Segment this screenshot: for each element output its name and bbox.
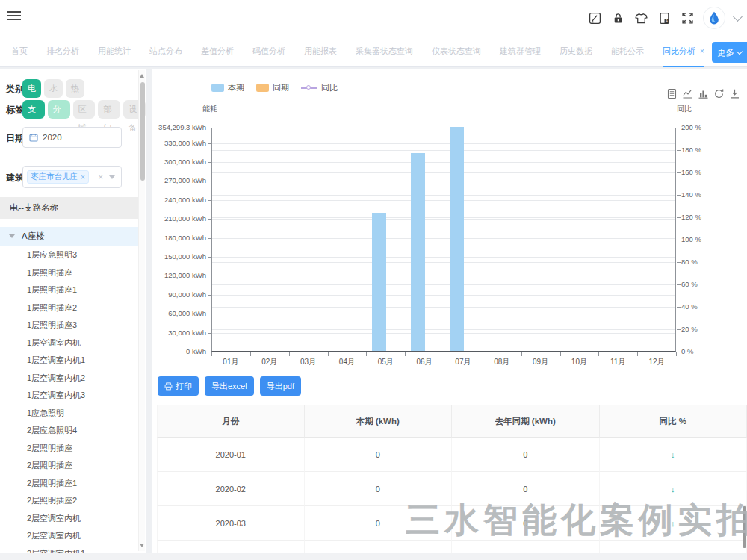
- tab-首页[interactable]: 首页: [11, 36, 28, 67]
- y-axis-label-right: 200 %: [681, 123, 701, 131]
- tab-仪表状态查询[interactable]: 仪表状态查询: [432, 36, 481, 67]
- tree-item[interactable]: 1层空调室内机2: [0, 370, 139, 388]
- tab-用能报表[interactable]: 用能报表: [304, 36, 337, 67]
- data-view-icon[interactable]: [666, 88, 678, 99]
- tree-item[interactable]: 1层照明插座: [0, 264, 139, 282]
- y-axis-label-right: 80 %: [681, 258, 698, 266]
- x-tick: [598, 352, 599, 356]
- tree-item[interactable]: 2层照明插座: [0, 440, 139, 458]
- tab-能耗公示[interactable]: 能耗公示: [611, 36, 644, 67]
- logo-water-drop[interactable]: [704, 7, 725, 28]
- tab-同比分析[interactable]: 同比分析×: [663, 36, 704, 67]
- line-chart-icon[interactable]: [682, 88, 693, 99]
- tab-历史数据[interactable]: 历史数据: [560, 36, 592, 67]
- gridline: [212, 181, 675, 181]
- table-body: 2020-0100↓2020-0200↓2020-0300↓2020-0400↓: [157, 438, 747, 553]
- y-axis-label-left: 300,000 kWh: [152, 158, 206, 166]
- x-tick: [250, 352, 251, 356]
- tree-item[interactable]: 2层空调室内机1: [0, 545, 139, 553]
- tab-close-icon[interactable]: ×: [700, 47, 704, 55]
- edit-note-icon[interactable]: [588, 11, 601, 25]
- legend-yoy[interactable]: 同比: [301, 82, 338, 93]
- export-excel-button[interactable]: 导出excel: [205, 376, 254, 396]
- tag-chip-分项[interactable]: 分项: [48, 100, 70, 119]
- download-icon[interactable]: [729, 88, 740, 99]
- tree-item[interactable]: 2层照明插座2: [0, 492, 139, 510]
- building-select[interactable]: 枣庄市台儿庄 × ×: [22, 166, 122, 188]
- tab-差值分析[interactable]: 差值分析: [201, 36, 234, 67]
- bar-本期-07月[interactable]: [450, 127, 464, 351]
- tree-item[interactable]: 1层照明插座1: [0, 281, 139, 299]
- x-axis-label: 10月: [562, 357, 595, 367]
- legend-current-period[interactable]: 本期: [211, 82, 244, 93]
- tag-chip-支路[interactable]: 支路: [22, 100, 45, 119]
- table-header-cell: 去年同期 (kWh): [452, 405, 600, 438]
- list-header: 电--支路名称: [0, 197, 139, 219]
- x-axis-label: 09月: [524, 357, 557, 367]
- tag-chip-区域[interactable]: 区域: [73, 100, 96, 119]
- bar-chart-icon[interactable]: [698, 88, 709, 99]
- table-scrollbar-thumb[interactable]: [743, 506, 746, 548]
- tree-item[interactable]: 2层空调室内机: [0, 510, 139, 528]
- x-axis-label: 02月: [253, 357, 286, 367]
- yoy-down-arrow-icon: ↓: [671, 519, 675, 528]
- tree-item[interactable]: 2层空调室内机: [0, 527, 139, 545]
- tree-item[interactable]: 2层照明插座: [0, 457, 139, 475]
- y-axis-label-left: 60,000 kWh: [152, 309, 206, 317]
- tab-站点分布[interactable]: 站点分布: [149, 36, 182, 67]
- bar-本期-05月[interactable]: [372, 213, 386, 351]
- y-axis-label-right: 100 %: [681, 235, 701, 243]
- tree-item[interactable]: 1层空调室内机: [0, 335, 139, 352]
- y-tick-right: [677, 128, 681, 128]
- tab-排名分析[interactable]: 排名分析: [46, 36, 79, 67]
- y-tick-left: [208, 200, 211, 201]
- category-chip-电[interactable]: 电: [22, 79, 41, 98]
- refresh-icon[interactable]: [713, 88, 725, 99]
- x-axis-label: 07月: [447, 357, 480, 367]
- tree-item[interactable]: 1应急照明: [0, 405, 139, 423]
- category-chip-水[interactable]: 水: [44, 79, 63, 98]
- x-axis-label: 12月: [640, 357, 673, 367]
- tag-close-icon[interactable]: ×: [81, 173, 85, 181]
- fullscreen-icon[interactable]: [681, 11, 694, 25]
- bottom-scroll-strip[interactable]: [0, 553, 747, 560]
- tree-item[interactable]: 2层照明插座1: [0, 475, 139, 493]
- export-pdf-button[interactable]: 导出pdf: [260, 376, 301, 396]
- tree-item[interactable]: 1层空调室内机1: [0, 352, 139, 370]
- scroll-down-icon[interactable]: [140, 544, 144, 547]
- tree-item[interactable]: 1层应急照明3: [0, 246, 139, 264]
- more-button[interactable]: 更多: [712, 42, 747, 63]
- y-axis-label-left: 90,000 kWh: [152, 290, 206, 299]
- lock-icon[interactable]: [611, 11, 624, 25]
- date-input[interactable]: 2020: [22, 127, 122, 148]
- cell-month: 2020-03: [157, 506, 305, 541]
- menu-icon[interactable]: [7, 11, 21, 23]
- gridline: [212, 143, 675, 144]
- select-clear-icon[interactable]: ×: [99, 172, 103, 181]
- cell-last-year: 0: [452, 541, 600, 553]
- tab-建筑群管理[interactable]: 建筑群管理: [500, 36, 541, 67]
- print-button[interactable]: 打印: [158, 376, 199, 396]
- tree-item[interactable]: 1层空调室内机3: [0, 387, 139, 405]
- scroll-up-icon[interactable]: [140, 74, 144, 78]
- category-chip-热[interactable]: 热: [66, 79, 84, 98]
- y-tick-left: [208, 257, 211, 258]
- id-card-icon[interactable]: A: [657, 11, 671, 25]
- table-row: 2020-0300↓: [157, 506, 747, 541]
- gridline: [212, 172, 675, 173]
- tree-item[interactable]: 1层照明插座2: [0, 299, 139, 317]
- chevron-down-icon[interactable]: [733, 12, 743, 22]
- tree-item[interactable]: 1层照明插座3: [0, 317, 139, 335]
- tree-item[interactable]: 2层应急照明4: [0, 422, 139, 440]
- tab-码值分析[interactable]: 码值分析: [252, 36, 285, 67]
- tree-node-parent[interactable]: A座楼: [0, 227, 139, 246]
- bar-本期-06月[interactable]: [411, 153, 425, 351]
- x-tick: [328, 352, 329, 356]
- scrollbar-thumb[interactable]: [140, 82, 145, 181]
- sidebar-scrollbar[interactable]: [138, 70, 145, 551]
- theme-shirt-icon[interactable]: [634, 11, 648, 25]
- tab-用能统计[interactable]: 用能统计: [98, 36, 131, 67]
- legend-same-period[interactable]: 同期: [256, 82, 289, 93]
- tab-采集器状态查询[interactable]: 采集器状态查询: [356, 36, 413, 67]
- tag-chip-部门[interactable]: 部门: [98, 100, 120, 119]
